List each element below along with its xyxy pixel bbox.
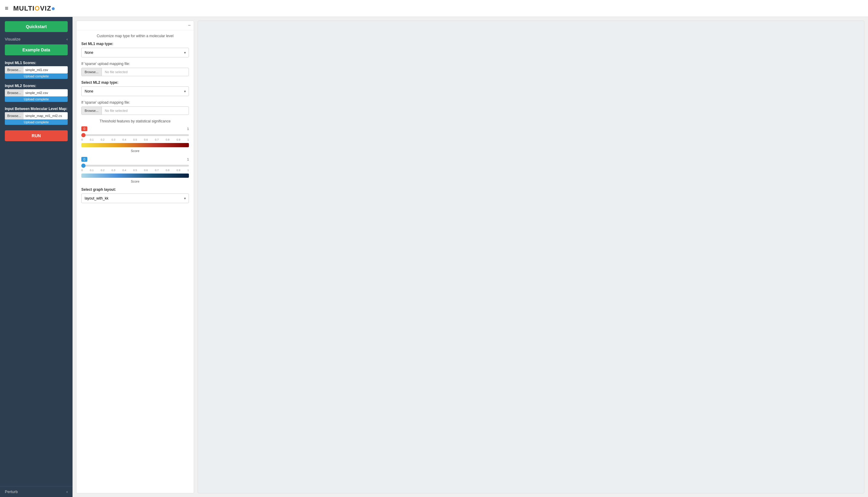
logo-area: MULTIOVIZ● <box>13 4 56 12</box>
ml2-score-label: Score <box>81 180 189 183</box>
ml1-map-type-wrapper: None sparse full ▼ <box>81 48 189 57</box>
ml2-file-name: simple_ml2.csv <box>24 90 68 96</box>
content-area: − Customize map type for within a molecu… <box>73 17 868 497</box>
ml1-sparse-no-file: No file selected <box>102 68 189 75</box>
example-data-button[interactable]: Example Data <box>5 44 68 55</box>
visualize-section: Visualize ‹ <box>0 35 73 43</box>
visualization-panel <box>198 20 864 493</box>
visualize-chevron-icon: ‹ <box>67 37 68 41</box>
visualize-label: Visualize <box>5 37 20 41</box>
ml2-sparse-browse-button[interactable]: Browse... <box>82 107 102 115</box>
input-map-group: Input Between Molecular Level Map: Brows… <box>0 104 73 127</box>
quickstart-button[interactable]: Quickstart <box>5 21 68 32</box>
ml1-color-bar <box>81 143 189 147</box>
ml1-threshold-section: 0 1 0 0.1 0.2 0.3 0.4 0.5 0.6 0.7 <box>81 126 189 153</box>
ml1-threshold-slider[interactable] <box>81 134 189 136</box>
input-ml2-group: Input ML2 Scores: Browse... simple_ml2.c… <box>0 81 73 104</box>
map-file-row: Browse... simple_map_ml1_ml2.cs <box>5 112 68 119</box>
ml1-score-label: Score <box>81 149 189 153</box>
customize-subtitle: Customize map type for within a molecula… <box>81 34 189 38</box>
top-bar: ≡ MULTIOVIZ● <box>0 0 868 17</box>
run-button[interactable]: RUN <box>5 130 68 141</box>
input-ml1-label: Input ML1 Scores: <box>5 61 68 65</box>
perturb-chevron-icon: ‹ <box>67 489 68 494</box>
ml1-slider-container <box>81 132 189 137</box>
ml2-threshold-section: 0 1 0 0.1 0.2 0.3 0.4 0.5 0.6 0.7 <box>81 157 189 183</box>
ml1-file-name: simple_ml1.csv <box>24 67 68 73</box>
ml1-sparse-browse-button[interactable]: Browse... <box>82 68 102 76</box>
ml1-file-row: Browse... simple_ml1.csv <box>5 66 68 73</box>
ml2-color-bar <box>81 173 189 178</box>
ml1-map-type-select[interactable]: None sparse full <box>81 48 189 57</box>
ml2-threshold-max: 1 <box>187 157 189 161</box>
input-ml1-group: Input ML1 Scores: Browse... simple_ml1.c… <box>0 58 73 81</box>
ml2-slider-container <box>81 163 189 168</box>
graph-layout-wrapper: layout_with_kk layout_with_fr layout_nic… <box>81 194 189 203</box>
ml2-threshold-header: 0 1 <box>81 157 189 162</box>
map-upload-status: Upload complete <box>5 119 68 125</box>
ml1-map-type-label: Set ML1 map type: <box>81 42 189 46</box>
panel-body: Customize map type for within a molecula… <box>76 30 194 211</box>
ml1-slider-ticks: 0 0.1 0.2 0.3 0.4 0.5 0.6 0.7 0.8 0.9 1 <box>81 138 189 141</box>
panel-header: − <box>76 21 194 30</box>
perturb-section: Perturb ‹ <box>0 486 73 497</box>
ml2-sparse-no-file: No file selected <box>102 107 189 114</box>
ml1-threshold-header: 0 1 <box>81 126 189 131</box>
ml2-sparse-upload-label: If 'sparse' upload mapping file: <box>81 100 189 104</box>
map-file-name: simple_map_ml1_ml2.cs <box>24 113 68 119</box>
map-browse-button[interactable]: Browse... <box>5 112 24 119</box>
ml2-sparse-upload-row: Browse... No file selected <box>81 106 189 115</box>
ml1-sparse-upload-row: Browse... No file selected <box>81 68 189 76</box>
ml2-map-type-wrapper: None sparse full ▼ <box>81 86 189 96</box>
ml1-upload-status: Upload complete <box>5 73 68 79</box>
ml2-threshold-value: 0 <box>81 157 87 162</box>
graph-layout-label: Select graph layout: <box>81 187 189 191</box>
sidebar: Quickstart Visualize ‹ Example Data Inpu… <box>0 17 73 497</box>
hamburger-icon[interactable]: ≡ <box>5 5 9 12</box>
example-data-section: Example Data <box>0 43 73 58</box>
input-map-label: Input Between Molecular Level Map: <box>5 107 68 111</box>
ml2-browse-button[interactable]: Browse... <box>5 89 24 97</box>
ml2-map-type-select[interactable]: None sparse full <box>81 86 189 96</box>
ml1-threshold-value: 0 <box>81 126 87 131</box>
ml1-browse-button[interactable]: Browse... <box>5 66 24 73</box>
ml2-threshold-slider[interactable] <box>81 165 189 167</box>
quickstart-section: Quickstart <box>5 21 68 32</box>
threshold-subtitle: Threshold features by statistical signif… <box>81 119 189 123</box>
ml2-map-type-label: Select ML2 map type: <box>81 81 189 85</box>
perturb-label: Perturb <box>5 489 18 494</box>
ml1-threshold-max: 1 <box>187 127 189 131</box>
ml2-slider-ticks: 0 0.1 0.2 0.3 0.4 0.5 0.6 0.7 0.8 0.9 1 <box>81 169 189 172</box>
ml2-file-row: Browse... simple_ml2.csv <box>5 89 68 97</box>
input-ml2-label: Input ML2 Scores: <box>5 84 68 88</box>
settings-panel: − Customize map type for within a molecu… <box>76 20 194 493</box>
graph-layout-select[interactable]: layout_with_kk layout_with_fr layout_nic… <box>81 194 189 203</box>
main-layout: Quickstart Visualize ‹ Example Data Inpu… <box>0 17 868 497</box>
ml2-upload-status: Upload complete <box>5 97 68 102</box>
panel-minimize-button[interactable]: − <box>188 23 191 28</box>
logo-text: MULTIOVIZ● <box>13 4 56 12</box>
ml1-sparse-upload-label: If 'sparse' upload mapping file: <box>81 62 189 66</box>
